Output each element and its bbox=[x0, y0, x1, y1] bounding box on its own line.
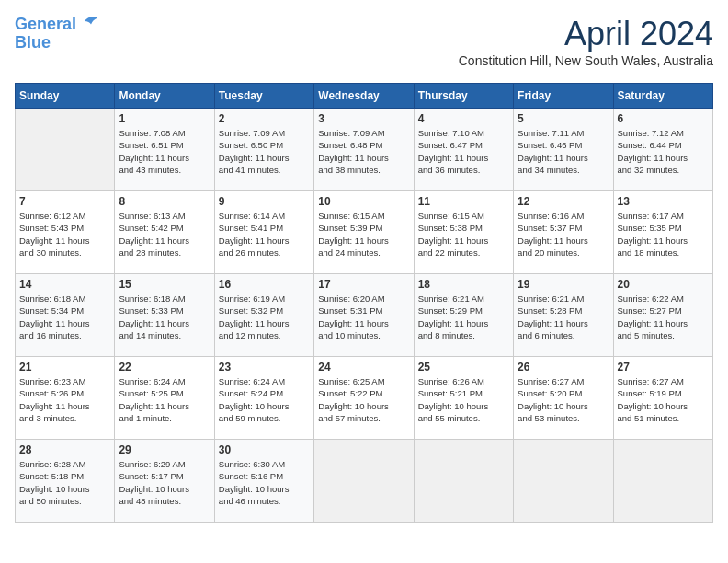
logo: General Blue bbox=[15, 15, 99, 52]
calendar-cell bbox=[613, 440, 712, 523]
day-info: Sunrise: 6:23 AMSunset: 5:26 PMDaylight:… bbox=[19, 375, 110, 424]
header-day-tuesday: Tuesday bbox=[214, 84, 313, 109]
day-number: 19 bbox=[518, 278, 609, 291]
day-info: Sunrise: 6:18 AMSunset: 5:33 PMDaylight:… bbox=[119, 293, 210, 341]
day-info: Sunrise: 6:15 AMSunset: 5:38 PMDaylight:… bbox=[418, 210, 509, 259]
calendar-cell: 23Sunrise: 6:24 AMSunset: 5:24 PMDayligh… bbox=[214, 357, 313, 440]
calendar-cell: 16Sunrise: 6:19 AMSunset: 5:32 PMDayligh… bbox=[214, 274, 313, 357]
day-info: Sunrise: 6:22 AMSunset: 5:27 PMDaylight:… bbox=[618, 293, 709, 341]
day-number: 28 bbox=[19, 443, 110, 456]
calendar-cell: 4Sunrise: 7:10 AMSunset: 6:47 PMDaylight… bbox=[414, 109, 513, 191]
calendar-cell: 20Sunrise: 6:22 AMSunset: 5:27 PMDayligh… bbox=[613, 274, 712, 357]
calendar-cell bbox=[314, 440, 414, 523]
day-number: 3 bbox=[318, 112, 409, 125]
day-info: Sunrise: 7:11 AMSunset: 6:46 PMDaylight:… bbox=[518, 127, 609, 176]
calendar-cell: 8Sunrise: 6:13 AMSunset: 5:42 PMDaylight… bbox=[115, 191, 214, 274]
calendar-cell: 21Sunrise: 6:23 AMSunset: 5:26 PMDayligh… bbox=[16, 357, 115, 440]
day-info: Sunrise: 7:12 AMSunset: 6:44 PMDaylight:… bbox=[618, 127, 709, 176]
calendar-cell bbox=[414, 440, 513, 523]
day-number: 20 bbox=[618, 278, 709, 291]
day-number: 26 bbox=[518, 361, 609, 373]
calendar-cell: 1Sunrise: 7:08 AMSunset: 6:51 PMDaylight… bbox=[115, 109, 214, 191]
day-info: Sunrise: 6:27 AMSunset: 5:20 PMDaylight:… bbox=[518, 375, 609, 424]
calendar-cell: 2Sunrise: 7:09 AMSunset: 6:50 PMDaylight… bbox=[214, 109, 313, 191]
day-info: Sunrise: 6:14 AMSunset: 5:41 PMDaylight:… bbox=[219, 210, 310, 259]
calendar-cell: 22Sunrise: 6:24 AMSunset: 5:25 PMDayligh… bbox=[115, 357, 214, 440]
day-number: 6 bbox=[618, 112, 709, 125]
header-day-monday: Monday bbox=[115, 84, 214, 109]
calendar-cell: 28Sunrise: 6:28 AMSunset: 5:18 PMDayligh… bbox=[16, 440, 115, 523]
day-number: 4 bbox=[418, 112, 509, 125]
day-info: Sunrise: 6:25 AMSunset: 5:22 PMDaylight:… bbox=[318, 375, 409, 424]
day-info: Sunrise: 7:10 AMSunset: 6:47 PMDaylight:… bbox=[418, 127, 509, 176]
day-number: 12 bbox=[518, 195, 609, 208]
day-info: Sunrise: 6:28 AMSunset: 5:18 PMDaylight:… bbox=[19, 458, 110, 507]
calendar-cell: 19Sunrise: 6:21 AMSunset: 5:28 PMDayligh… bbox=[514, 274, 613, 357]
day-number: 11 bbox=[418, 195, 509, 208]
day-number: 23 bbox=[219, 361, 310, 373]
calendar-cell: 6Sunrise: 7:12 AMSunset: 6:44 PMDaylight… bbox=[613, 109, 712, 191]
day-info: Sunrise: 6:17 AMSunset: 5:35 PMDaylight:… bbox=[618, 210, 709, 259]
day-info: Sunrise: 6:26 AMSunset: 5:21 PMDaylight:… bbox=[418, 375, 509, 424]
calendar-cell: 10Sunrise: 6:15 AMSunset: 5:39 PMDayligh… bbox=[314, 191, 414, 274]
calendar-cell: 14Sunrise: 6:18 AMSunset: 5:34 PMDayligh… bbox=[16, 274, 115, 357]
title-section: April 2024 Constitution Hill, New South … bbox=[459, 15, 713, 75]
calendar-cell: 13Sunrise: 6:17 AMSunset: 5:35 PMDayligh… bbox=[613, 191, 712, 274]
header-day-sunday: Sunday bbox=[16, 84, 115, 109]
calendar-week-3: 14Sunrise: 6:18 AMSunset: 5:34 PMDayligh… bbox=[16, 274, 713, 357]
calendar-cell bbox=[514, 440, 613, 523]
day-number: 30 bbox=[219, 443, 310, 456]
day-number: 8 bbox=[119, 195, 210, 208]
day-info: Sunrise: 7:08 AMSunset: 6:51 PMDaylight:… bbox=[119, 127, 210, 176]
day-number: 2 bbox=[219, 112, 310, 125]
day-info: Sunrise: 7:09 AMSunset: 6:48 PMDaylight:… bbox=[318, 127, 409, 176]
calendar-week-5: 28Sunrise: 6:28 AMSunset: 5:18 PMDayligh… bbox=[16, 440, 713, 523]
calendar-cell: 27Sunrise: 6:27 AMSunset: 5:19 PMDayligh… bbox=[613, 357, 712, 440]
logo-bird-icon bbox=[83, 13, 99, 29]
calendar-cell bbox=[16, 109, 115, 191]
day-number: 9 bbox=[219, 195, 310, 208]
calendar-cell: 26Sunrise: 6:27 AMSunset: 5:20 PMDayligh… bbox=[514, 357, 613, 440]
day-info: Sunrise: 6:19 AMSunset: 5:32 PMDaylight:… bbox=[219, 293, 310, 341]
header-day-friday: Friday bbox=[514, 84, 613, 109]
day-number: 18 bbox=[418, 278, 509, 291]
day-info: Sunrise: 6:21 AMSunset: 5:29 PMDaylight:… bbox=[418, 293, 509, 341]
day-number: 25 bbox=[418, 361, 509, 373]
calendar-week-4: 21Sunrise: 6:23 AMSunset: 5:26 PMDayligh… bbox=[16, 357, 713, 440]
calendar-cell: 12Sunrise: 6:16 AMSunset: 5:37 PMDayligh… bbox=[514, 191, 613, 274]
calendar-cell: 11Sunrise: 6:15 AMSunset: 5:38 PMDayligh… bbox=[414, 191, 513, 274]
day-info: Sunrise: 7:09 AMSunset: 6:50 PMDaylight:… bbox=[219, 127, 310, 176]
day-number: 1 bbox=[119, 112, 210, 125]
calendar-cell: 17Sunrise: 6:20 AMSunset: 5:31 PMDayligh… bbox=[314, 274, 414, 357]
calendar-cell: 29Sunrise: 6:29 AMSunset: 5:17 PMDayligh… bbox=[115, 440, 214, 523]
day-number: 29 bbox=[119, 443, 210, 456]
day-number: 24 bbox=[318, 361, 409, 373]
day-number: 14 bbox=[19, 278, 110, 291]
day-info: Sunrise: 6:20 AMSunset: 5:31 PMDaylight:… bbox=[318, 293, 409, 341]
day-info: Sunrise: 6:12 AMSunset: 5:43 PMDaylight:… bbox=[19, 210, 110, 259]
day-info: Sunrise: 6:24 AMSunset: 5:24 PMDaylight:… bbox=[219, 375, 310, 424]
day-info: Sunrise: 6:13 AMSunset: 5:42 PMDaylight:… bbox=[119, 210, 210, 259]
day-number: 27 bbox=[618, 361, 709, 373]
day-number: 10 bbox=[318, 195, 409, 208]
calendar-cell: 24Sunrise: 6:25 AMSunset: 5:22 PMDayligh… bbox=[314, 357, 414, 440]
calendar-cell: 15Sunrise: 6:18 AMSunset: 5:33 PMDayligh… bbox=[115, 274, 214, 357]
day-number: 17 bbox=[318, 278, 409, 291]
calendar-week-2: 7Sunrise: 6:12 AMSunset: 5:43 PMDaylight… bbox=[16, 191, 713, 274]
header-day-wednesday: Wednesday bbox=[314, 84, 414, 109]
calendar-cell: 25Sunrise: 6:26 AMSunset: 5:21 PMDayligh… bbox=[414, 357, 513, 440]
calendar-cell: 5Sunrise: 7:11 AMSunset: 6:46 PMDaylight… bbox=[514, 109, 613, 191]
day-info: Sunrise: 6:18 AMSunset: 5:34 PMDaylight:… bbox=[19, 293, 110, 341]
month-title: April 2024 bbox=[459, 15, 713, 53]
calendar-cell: 7Sunrise: 6:12 AMSunset: 5:43 PMDaylight… bbox=[16, 191, 115, 274]
day-info: Sunrise: 6:30 AMSunset: 5:16 PMDaylight:… bbox=[219, 458, 310, 507]
day-number: 21 bbox=[19, 361, 110, 373]
day-info: Sunrise: 6:27 AMSunset: 5:19 PMDaylight:… bbox=[618, 375, 709, 424]
calendar-cell: 9Sunrise: 6:14 AMSunset: 5:41 PMDaylight… bbox=[214, 191, 313, 274]
day-number: 5 bbox=[518, 112, 609, 125]
day-number: 22 bbox=[119, 361, 210, 373]
day-info: Sunrise: 6:29 AMSunset: 5:17 PMDaylight:… bbox=[119, 458, 210, 507]
calendar-cell: 30Sunrise: 6:30 AMSunset: 5:16 PMDayligh… bbox=[214, 440, 313, 523]
header-day-saturday: Saturday bbox=[613, 84, 712, 109]
calendar-header-row: SundayMondayTuesdayWednesdayThursdayFrid… bbox=[16, 84, 713, 109]
